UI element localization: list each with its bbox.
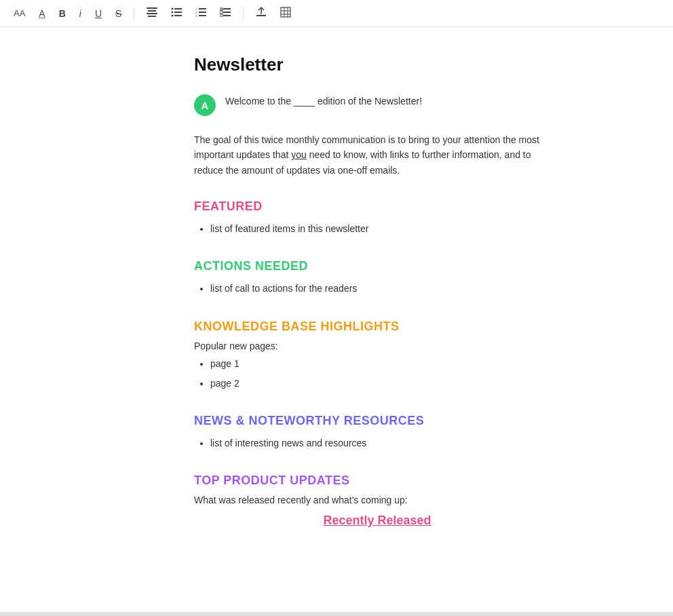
numbered-list-icon: 1. 2. 3.: [195, 7, 206, 19]
svg-rect-2: [147, 13, 157, 14]
actions-heading: ACTIONS NEEDED: [194, 259, 560, 273]
kb-subtext: Popular new pages:: [194, 341, 560, 351]
svg-rect-5: [174, 8, 182, 9]
svg-rect-13: [199, 12, 206, 13]
list-item: page 2: [210, 375, 560, 392]
italic-button[interactable]: i: [77, 7, 84, 20]
toolbar-separator-2: [243, 7, 244, 20]
underline-icon: U: [95, 8, 102, 19]
content-area: Newsletter A Welcome to the ____ edition…: [72, 27, 601, 577]
page-title: Newsletter: [194, 54, 560, 75]
svg-point-6: [172, 12, 174, 14]
bold-button[interactable]: B: [56, 7, 69, 20]
author-row: A Welcome to the ____ edition of the New…: [194, 94, 560, 116]
kb-section: KNOWLEDGE BASE HIGHLIGHTS Popular new pa…: [194, 320, 560, 392]
news-heading: NEWS & NOTEWORTHY RESOURCES: [194, 414, 560, 428]
bold-icon: B: [59, 8, 66, 19]
svg-rect-17: [223, 8, 231, 9]
featured-heading: FEATURED: [194, 199, 560, 214]
product-section: TOP PRODUCT UPDATES What was released re…: [194, 474, 560, 528]
svg-rect-18: [220, 11, 223, 14]
underlined-you: you: [291, 149, 307, 160]
svg-rect-24: [281, 7, 290, 17]
svg-point-8: [172, 15, 174, 17]
svg-rect-7: [174, 12, 182, 13]
news-list: list of interesting news and resources: [210, 435, 560, 452]
align-button[interactable]: [144, 6, 160, 20]
toolbar-separator-1: [134, 7, 134, 20]
svg-text:3.: 3.: [195, 14, 197, 17]
kb-heading: KNOWLEDGE BASE HIGHLIGHTS: [194, 320, 560, 334]
table-icon: [280, 7, 291, 20]
kb-list: page 1 page 2: [210, 355, 560, 392]
aa-icon: AA: [14, 8, 25, 18]
svg-rect-22: [256, 15, 266, 16]
recently-released-link[interactable]: Recently Released: [194, 514, 560, 528]
font-size-button[interactable]: AA: [11, 7, 28, 20]
welcome-text: Welcome to the ____ edition of the Newsl…: [225, 94, 422, 109]
product-subtext: What was released recently and what's co…: [194, 495, 560, 505]
actions-list: list of call to actions for the readers: [210, 280, 560, 297]
svg-rect-15: [199, 15, 206, 16]
svg-point-4: [172, 8, 174, 10]
strikethrough-icon: S: [115, 8, 121, 19]
intro-paragraph: The goal of this twice monthly communica…: [194, 132, 560, 178]
font-color-button[interactable]: A: [36, 7, 47, 20]
actions-section: ACTIONS NEEDED list of call to actions f…: [194, 259, 560, 297]
bullet-list-icon: [171, 7, 182, 19]
align-icon: [147, 7, 157, 19]
upload-icon: [256, 7, 267, 20]
list-item: list of interesting news and resources: [210, 435, 560, 452]
list-item: list of featured items in this newslette…: [210, 220, 560, 237]
svg-rect-3: [148, 16, 156, 17]
news-section: NEWS & NOTEWORTHY RESOURCES list of inte…: [194, 414, 560, 452]
list-item: list of call to actions for the readers: [210, 280, 560, 297]
list-item: page 1: [210, 355, 560, 372]
svg-rect-20: [220, 14, 223, 17]
italic-icon: i: [79, 8, 81, 19]
upload-button[interactable]: [253, 5, 269, 21]
svg-rect-9: [174, 15, 182, 16]
svg-rect-1: [148, 10, 156, 12]
editor-toolbar: AA A B i U S: [0, 0, 673, 27]
numbered-list-button[interactable]: 1. 2. 3.: [193, 6, 209, 20]
avatar: A: [194, 94, 216, 116]
checklist-icon: [220, 7, 231, 19]
table-button[interactable]: [277, 5, 294, 21]
strikethrough-button[interactable]: S: [113, 7, 124, 20]
bullet-list-button[interactable]: [168, 6, 185, 20]
svg-rect-21: [223, 15, 231, 16]
svg-rect-19: [223, 12, 231, 13]
checklist-button[interactable]: [217, 6, 233, 20]
underline-button[interactable]: U: [92, 7, 104, 20]
product-heading: TOP PRODUCT UPDATES: [194, 474, 560, 488]
featured-section: FEATURED list of featured items in this …: [194, 199, 560, 237]
featured-list: list of featured items in this newslette…: [210, 220, 560, 237]
svg-rect-11: [199, 8, 206, 9]
svg-rect-0: [147, 7, 157, 9]
a-color-icon: A: [39, 8, 45, 19]
